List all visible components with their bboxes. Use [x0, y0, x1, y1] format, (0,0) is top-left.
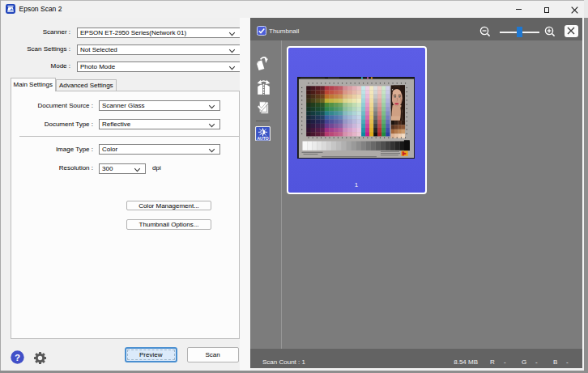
svg-text:AUTO: AUTO: [257, 135, 268, 140]
svg-text:?: ?: [15, 353, 20, 362]
